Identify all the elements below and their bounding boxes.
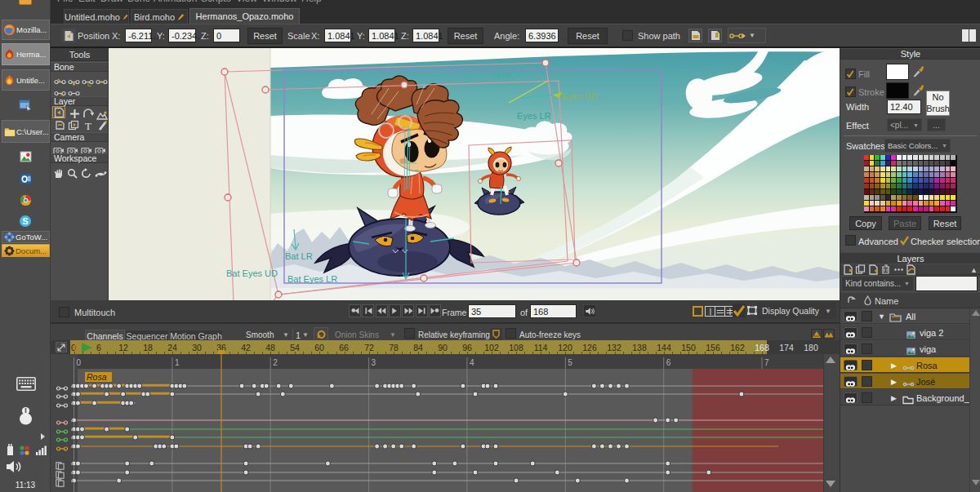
svg-text:C: C — [87, 82, 91, 86]
svg-text:S: S — [22, 216, 28, 226]
svg-text:6: 6 — [666, 358, 671, 367]
svg-text:2: 2 — [273, 358, 278, 367]
svg-text:Bat Eyes UD: Bat Eyes UD — [226, 268, 278, 278]
svg-text:Bat LR: Bat LR — [285, 251, 313, 261]
svg-text:0: 0 — [77, 358, 82, 367]
svg-text:Eyes LR: Eyes LR — [517, 111, 551, 121]
svg-text:Eyes UD: Eyes UD — [562, 91, 597, 101]
svg-text:T: T — [85, 121, 91, 131]
svg-text:7: 7 — [764, 358, 769, 367]
svg-text:5: 5 — [568, 358, 572, 367]
svg-text:Bat Eyes LR: Bat Eyes LR — [287, 274, 337, 284]
svg-text:3: 3 — [372, 358, 376, 367]
svg-text:4: 4 — [470, 358, 474, 367]
svg-text:1: 1 — [175, 358, 180, 367]
svg-text:Blink: Blink — [492, 69, 512, 79]
svg-text:Rosa: Rosa — [87, 372, 107, 382]
